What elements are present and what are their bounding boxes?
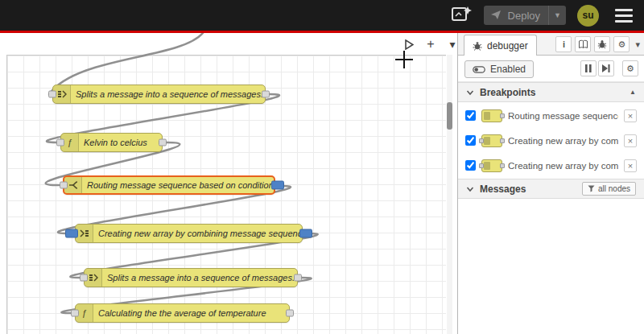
flow-node-split-1[interactable]: Splits a message into a sequence of mess…: [52, 85, 266, 104]
messages-title: Messages: [480, 183, 526, 195]
assistant-icon[interactable]: [450, 5, 473, 26]
playback-controls: ⚙: [580, 60, 638, 76]
sidebar: debugger i ⚙ ▾: [457, 33, 644, 334]
flow-node-function-1[interactable]: ƒ Kelvin to celcius: [60, 133, 163, 152]
breakpoint-row[interactable]: Routing message sequence based on condit…: [458, 103, 644, 128]
breakpoint-label: Creating new array by combining message …: [508, 136, 618, 146]
mini-join-node-icon: [481, 134, 502, 147]
node-label: Calculating the the average of temperatu…: [76, 308, 271, 318]
gear-icon: ⚙: [618, 39, 626, 50]
input-port[interactable]: [48, 91, 56, 98]
flow-node-switch[interactable]: Routing message sequence based on condit…: [63, 175, 275, 195]
input-port[interactable]: [71, 310, 79, 317]
sidebar-tabbar: debugger i ⚙ ▾: [458, 33, 644, 56]
run-icon[interactable]: [402, 38, 415, 51]
debugger-controls-row: Enabled ⚙: [458, 56, 644, 82]
section-collapse-icon: [466, 89, 474, 96]
output-port[interactable]: [262, 91, 270, 98]
pause-icon: [585, 64, 592, 72]
breakpoints-title: Breakpoints: [480, 87, 535, 98]
node-label: Creating new array by combining message …: [76, 229, 302, 238]
section-collapse-icon: [466, 186, 474, 192]
sidebar-menu-caret-icon[interactable]: ▾: [635, 39, 640, 50]
canvas-vertical-scrollbar[interactable]: [447, 55, 452, 334]
breakpoint-label: Creating new array by combining message …: [508, 161, 618, 171]
sidebar-tab-actions: i ⚙ ▾: [555, 36, 640, 52]
crosshair-cursor: [395, 59, 413, 60]
info-button[interactable]: i: [555, 36, 572, 52]
add-icon[interactable]: +: [424, 38, 437, 51]
breakpoint-row[interactable]: Creating new array by combining message …: [458, 128, 644, 153]
step-forward-icon: [602, 64, 610, 72]
output-port[interactable]: [159, 139, 167, 146]
step-button[interactable]: [598, 60, 614, 76]
deploy-options-caret[interactable]: ▼: [548, 6, 566, 25]
breakpoint-output-port[interactable]: [271, 181, 284, 190]
scrollbar-thumb[interactable]: [447, 102, 452, 130]
breakpoint-checkbox[interactable]: [465, 135, 476, 146]
breakpoint-checkbox[interactable]: [465, 160, 476, 171]
flow-node-function-2[interactable]: ƒ Calculating the the average of tempera…: [75, 303, 290, 323]
breakpoint-input-port[interactable]: [65, 229, 78, 238]
debugger-settings-button[interactable]: ⚙: [622, 60, 638, 76]
close-icon: ×: [628, 111, 633, 121]
breakpoint-label: Routing message sequence based on condit…: [508, 111, 618, 121]
enabled-label: Enabled: [490, 64, 526, 75]
debug-button[interactable]: [594, 36, 610, 52]
close-icon: ×: [628, 136, 633, 146]
tab-label: debugger: [487, 40, 528, 52]
filter-label: all nodes: [598, 184, 630, 193]
main-menu-icon[interactable]: [615, 9, 633, 23]
app-window: Deploy ▼ su Splits a message into a sequ…: [0, 0, 644, 334]
output-port[interactable]: [286, 310, 294, 317]
tab-debugger[interactable]: debugger: [464, 35, 537, 56]
output-port[interactable]: [294, 274, 302, 282]
canvas-toolbar: + ▾: [402, 38, 459, 51]
join-icon: [76, 225, 93, 242]
bug-icon: [597, 39, 607, 49]
close-icon: ×: [628, 161, 633, 171]
docs-button[interactable]: [575, 36, 591, 52]
remove-breakpoint-button[interactable]: ×: [624, 134, 637, 147]
debugger-enabled-toggle[interactable]: Enabled: [464, 60, 534, 78]
deploy-button[interactable]: Deploy ▼: [484, 6, 566, 25]
flow-canvas[interactable]: Splits a message into a sequence of mess…: [0, 33, 452, 334]
gear-icon: ⚙: [626, 64, 634, 74]
flow-node-join[interactable]: Creating new array by combining message …: [75, 224, 303, 243]
book-icon: [578, 39, 588, 49]
node-label: Splits a message into a sequence of mess…: [53, 89, 265, 99]
deploy-label: Deploy: [508, 10, 540, 22]
messages-section-header[interactable]: Messages all nodes: [458, 179, 644, 199]
user-avatar[interactable]: su: [577, 5, 599, 27]
mini-switch-node-icon: [481, 109, 502, 122]
breakpoints-section-header[interactable]: Breakpoints ▲: [458, 82, 644, 102]
node-label: Splits a message into a sequence of mess…: [85, 273, 297, 282]
pause-button[interactable]: [580, 60, 597, 76]
header: Deploy ▼ su: [0, 0, 644, 31]
settings-button[interactable]: ⚙: [613, 36, 630, 52]
mini-join-node-icon: [481, 159, 502, 172]
deploy-icon: [491, 10, 502, 20]
scroll-up-icon[interactable]: ▲: [630, 89, 636, 96]
remove-breakpoint-button[interactable]: ×: [624, 109, 637, 122]
input-port[interactable]: [60, 182, 68, 189]
input-port[interactable]: [56, 139, 64, 146]
filter-icon: [588, 185, 595, 192]
breakpoint-row[interactable]: Creating new array by combining message …: [458, 153, 644, 178]
input-port[interactable]: [80, 274, 88, 282]
breakpoint-checkbox[interactable]: [465, 110, 476, 121]
message-filter-button[interactable]: all nodes: [582, 182, 636, 196]
remove-breakpoint-button[interactable]: ×: [624, 159, 637, 172]
breakpoint-output-port[interactable]: [299, 229, 312, 238]
toggle-icon: [473, 66, 485, 73]
debugger-tab-icon: [473, 41, 482, 51]
flow-node-split-2[interactable]: Splits a message into a sequence of mess…: [84, 268, 298, 287]
node-label: Routing message sequence based on condit…: [64, 180, 274, 190]
